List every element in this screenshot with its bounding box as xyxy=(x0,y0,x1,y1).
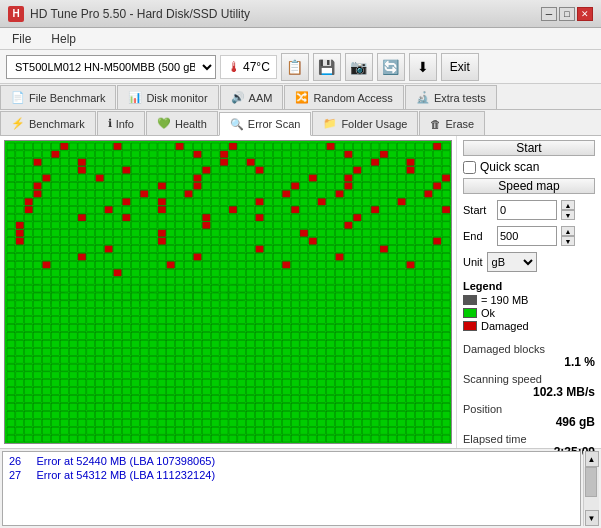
svg-rect-1143 xyxy=(389,317,397,324)
svg-rect-48 xyxy=(433,143,441,150)
start-button[interactable]: Start xyxy=(463,140,595,156)
svg-rect-1351 xyxy=(16,356,24,363)
extra-tests-icon: 🔬 xyxy=(416,91,430,104)
tab-folder-usage[interactable]: 📁 Folder Usage xyxy=(312,111,418,135)
minimize-button[interactable]: ─ xyxy=(541,7,557,21)
svg-rect-661 xyxy=(105,246,113,253)
svg-rect-435 xyxy=(318,206,326,213)
tab-disk-monitor[interactable]: 📊 Disk monitor xyxy=(117,85,218,109)
scroll-down-arrow[interactable]: ▼ xyxy=(585,510,599,526)
svg-rect-1753 xyxy=(34,419,42,426)
tab-random-access[interactable]: 🔀 Random Access xyxy=(284,85,403,109)
svg-rect-914 xyxy=(131,285,139,292)
svg-rect-1697 xyxy=(424,404,432,411)
save-button[interactable]: 💾 xyxy=(313,53,341,81)
svg-rect-195 xyxy=(407,167,415,174)
svg-rect-1381 xyxy=(282,356,290,363)
download-button[interactable]: ⬇ xyxy=(409,53,437,81)
end-spin-up[interactable]: ▲ xyxy=(561,226,575,236)
svg-rect-1293 xyxy=(389,340,397,347)
svg-rect-324 xyxy=(220,190,228,197)
svg-rect-1454 xyxy=(43,372,51,379)
unit-select[interactable]: gB MB xyxy=(487,252,537,272)
svg-rect-176 xyxy=(238,167,246,174)
svg-rect-859 xyxy=(87,277,95,284)
svg-rect-515 xyxy=(140,222,148,229)
tab-file-benchmark[interactable]: 📄 File Benchmark xyxy=(0,85,116,109)
svg-rect-786 xyxy=(327,261,335,268)
log-list[interactable]: 26 Error at 52440 MB (LBA 107398065) 27 … xyxy=(2,451,581,526)
svg-rect-1384 xyxy=(309,356,317,363)
svg-rect-88 xyxy=(344,151,352,158)
log-scrollbar[interactable]: ▲ ▼ xyxy=(583,451,599,526)
svg-rect-1289 xyxy=(353,340,361,347)
svg-rect-77 xyxy=(247,151,255,158)
log-item-1[interactable]: 27 Error at 54312 MB (LBA 111232124) xyxy=(5,468,578,482)
svg-rect-427 xyxy=(247,206,255,213)
svg-rect-929 xyxy=(265,285,273,292)
svg-rect-680 xyxy=(273,246,281,253)
svg-rect-1683 xyxy=(300,404,308,411)
quick-scan-checkbox[interactable] xyxy=(463,161,476,174)
svg-rect-1165 xyxy=(140,325,148,332)
svg-rect-1612 xyxy=(114,396,122,403)
close-button[interactable]: ✕ xyxy=(577,7,593,21)
svg-rect-1642 xyxy=(380,396,388,403)
tab-extra-tests[interactable]: 🔬 Extra tests xyxy=(405,85,497,109)
tab-benchmark[interactable]: ⚡ Benchmark xyxy=(0,111,96,135)
svg-rect-1881 xyxy=(282,435,290,442)
svg-rect-484 xyxy=(309,214,317,221)
start-input[interactable] xyxy=(497,200,557,220)
speed-map-button[interactable]: Speed map xyxy=(463,178,595,194)
svg-rect-1651 xyxy=(16,404,24,411)
tab-error-scan[interactable]: 🔍 Error Scan xyxy=(219,112,312,136)
scroll-up-arrow[interactable]: ▲ xyxy=(585,451,599,467)
svg-rect-924 xyxy=(220,285,228,292)
svg-rect-597 xyxy=(424,230,432,237)
camera-button[interactable]: 📷 xyxy=(345,53,373,81)
maximize-button[interactable]: □ xyxy=(559,7,575,21)
svg-rect-1489 xyxy=(353,372,361,379)
tab-erase[interactable]: 🗑 Erase xyxy=(419,111,485,135)
legend-ok-icon xyxy=(463,308,477,318)
svg-rect-1071 xyxy=(194,309,202,316)
svg-rect-790 xyxy=(362,261,370,268)
svg-rect-780 xyxy=(273,261,281,268)
tab-aam[interactable]: 🔊 AAM xyxy=(220,85,284,109)
svg-rect-263 xyxy=(122,183,130,190)
svg-rect-1269 xyxy=(176,340,184,347)
svg-rect-1899 xyxy=(442,435,450,442)
menu-help[interactable]: Help xyxy=(47,31,80,47)
svg-rect-531 xyxy=(282,222,290,229)
svg-rect-1332 xyxy=(291,348,299,355)
svg-rect-998 xyxy=(433,293,441,300)
svg-rect-469 xyxy=(176,214,184,221)
svg-rect-1609 xyxy=(87,396,95,403)
tab-health[interactable]: 💚 Health xyxy=(146,111,218,135)
tab-info[interactable]: ℹ Info xyxy=(97,111,145,135)
svg-rect-150 xyxy=(7,167,15,174)
log-item-0[interactable]: 26 Error at 52440 MB (LBA 107398065) xyxy=(5,454,578,468)
copy-button[interactable]: 📋 xyxy=(281,53,309,81)
svg-rect-504 xyxy=(43,222,51,229)
menu-file[interactable]: File xyxy=(8,31,35,47)
drive-select[interactable]: ST500LM012 HN-M500MBB (500 gB) xyxy=(6,55,216,79)
refresh-button[interactable]: 🔄 xyxy=(377,53,405,81)
end-input[interactable] xyxy=(497,226,557,246)
svg-rect-474 xyxy=(220,214,228,221)
app-icon: H xyxy=(8,6,24,22)
svg-rect-811 xyxy=(105,269,113,276)
legend-title: Legend xyxy=(463,280,595,292)
start-spin-down[interactable]: ▼ xyxy=(561,210,575,220)
svg-rect-1252 xyxy=(25,340,33,347)
svg-rect-1700 xyxy=(7,411,15,418)
exit-button[interactable]: Exit xyxy=(441,53,479,81)
end-spin-down[interactable]: ▼ xyxy=(561,236,575,246)
svg-rect-385 xyxy=(318,198,326,205)
svg-rect-1685 xyxy=(318,404,326,411)
scroll-thumb[interactable] xyxy=(585,467,597,497)
svg-rect-1840 xyxy=(362,427,370,434)
svg-rect-1159 xyxy=(87,325,95,332)
start-spin-up[interactable]: ▲ xyxy=(561,200,575,210)
svg-rect-1670 xyxy=(185,404,193,411)
